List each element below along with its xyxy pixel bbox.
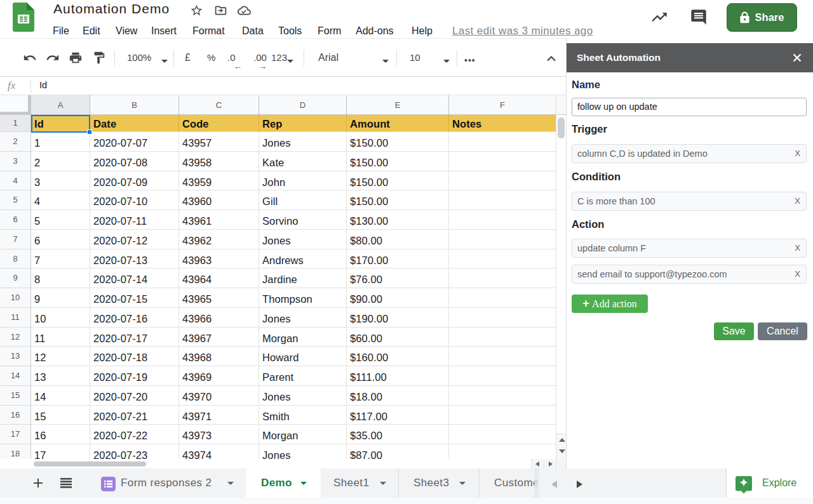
- cell-A7[interactable]: 6: [31, 230, 90, 249]
- cell-B9[interactable]: 2020-07-14: [90, 269, 179, 288]
- row-header-7[interactable]: 7: [0, 230, 31, 249]
- cell-E7[interactable]: $80.00: [347, 230, 449, 249]
- cell-A11[interactable]: 10: [31, 308, 90, 328]
- cell-A9[interactable]: 8: [31, 269, 90, 288]
- cell-A14[interactable]: 13: [31, 366, 90, 386]
- tab-caret-icon[interactable]: [380, 482, 386, 485]
- cell-E10[interactable]: $90.00: [347, 288, 449, 308]
- cell-B15[interactable]: 2020-07-20: [90, 386, 179, 406]
- cell-D1[interactable]: Rep: [259, 115, 347, 132]
- remove-trigger-button[interactable]: X: [795, 145, 800, 162]
- tab-sheet1[interactable]: Sheet1: [321, 468, 398, 498]
- cell-D18[interactable]: Jones: [259, 444, 347, 459]
- cell-E4[interactable]: $150.00: [347, 171, 449, 191]
- menu-format[interactable]: Format: [192, 23, 225, 39]
- cell-F14[interactable]: [449, 366, 556, 386]
- vertical-scrollbar-thumb[interactable]: [558, 117, 565, 138]
- cell-F3[interactable]: [449, 152, 556, 171]
- formula-input[interactable]: Id: [39, 80, 47, 90]
- cell-F13[interactable]: [449, 347, 556, 366]
- cell-E13[interactable]: $160.00: [347, 347, 449, 366]
- cell-C10[interactable]: 43965: [179, 288, 259, 308]
- cell-C8[interactable]: 43963: [179, 249, 259, 269]
- cell-F11[interactable]: [449, 308, 556, 328]
- cell-B7[interactable]: 2020-07-12: [90, 230, 179, 249]
- format-percent-button[interactable]: %: [207, 39, 215, 77]
- row-header-13[interactable]: 13: [0, 347, 31, 366]
- cell-D7[interactable]: Jones: [259, 230, 347, 249]
- cell-D8[interactable]: Andrews: [259, 249, 347, 269]
- row-header-4[interactable]: 4: [0, 171, 31, 191]
- row-header-16[interactable]: 16: [0, 406, 31, 425]
- tab-caret-icon[interactable]: [227, 482, 234, 485]
- share-button[interactable]: Share: [727, 3, 797, 32]
- star-icon[interactable]: [190, 4, 203, 17]
- cell-A12[interactable]: 11: [31, 328, 90, 347]
- column-header-B[interactable]: B: [90, 95, 179, 115]
- cell-C2[interactable]: 43957: [179, 132, 259, 152]
- cell-F2[interactable]: [449, 132, 556, 152]
- cell-E1[interactable]: Amount: [347, 115, 449, 132]
- cell-C17[interactable]: 43973: [179, 425, 259, 444]
- cell-C6[interactable]: 43961: [179, 210, 259, 230]
- cell-B6[interactable]: 2020-07-11: [90, 210, 179, 230]
- cell-F15[interactable]: [449, 386, 556, 406]
- font-size-select[interactable]: 10: [410, 39, 420, 77]
- tab-caret-icon[interactable]: [459, 482, 466, 485]
- cell-C13[interactable]: 43968: [179, 347, 259, 366]
- cell-D4[interactable]: John: [259, 171, 347, 191]
- cell-B14[interactable]: 2020-07-19: [90, 366, 179, 386]
- redo-icon[interactable]: [46, 51, 60, 65]
- cell-B12[interactable]: 2020-07-17: [90, 328, 179, 347]
- menu-view[interactable]: View: [116, 23, 137, 39]
- row-header-5[interactable]: 5: [0, 190, 31, 210]
- cell-D10[interactable]: Thompson: [259, 288, 347, 308]
- cell-D11[interactable]: Jones: [259, 308, 347, 328]
- scroll-down-icon[interactable]: [559, 449, 565, 453]
- cell-F16[interactable]: [449, 406, 556, 425]
- cell-B3[interactable]: 2020-07-08: [90, 152, 179, 171]
- scroll-left-button[interactable]: [531, 459, 544, 468]
- cell-F7[interactable]: [449, 230, 556, 249]
- row-header-11[interactable]: 11: [0, 308, 31, 328]
- cell-E16[interactable]: $117.00: [347, 406, 449, 425]
- vertical-scrollbar[interactable]: [556, 95, 566, 459]
- cell-C1[interactable]: Code: [179, 115, 259, 132]
- menu-data[interactable]: Data: [242, 23, 264, 39]
- scroll-up-icon[interactable]: [559, 438, 565, 442]
- row-header-14[interactable]: 14: [0, 366, 31, 386]
- menu-form[interactable]: Form: [318, 23, 341, 39]
- increase-decimals-button[interactable]: .00: [253, 39, 267, 77]
- cell-A8[interactable]: 7: [31, 249, 90, 269]
- cell-F8[interactable]: [449, 249, 556, 269]
- menu-help[interactable]: Help: [412, 23, 433, 39]
- cell-E12[interactable]: $60.00: [347, 328, 449, 347]
- cell-B1[interactable]: Date: [90, 115, 179, 132]
- cell-D16[interactable]: Smith: [259, 406, 347, 425]
- cell-D3[interactable]: Kate: [259, 152, 347, 171]
- remove-condition-button[interactable]: X: [795, 192, 800, 210]
- cell-D17[interactable]: Morgan: [259, 425, 347, 444]
- cell-C3[interactable]: 43958: [179, 152, 259, 171]
- cancel-button[interactable]: Cancel: [758, 322, 807, 340]
- cell-C14[interactable]: 43969: [179, 366, 259, 386]
- cell-A15[interactable]: 14: [31, 386, 90, 406]
- row-header-17[interactable]: 17: [0, 425, 31, 444]
- spreadsheet-grid[interactable]: ABCDEF1IdDateCodeRepAmountNotes212020-07…: [0, 95, 556, 459]
- undo-icon[interactable]: [23, 51, 37, 65]
- cell-E14[interactable]: $111.00: [347, 366, 449, 386]
- explore-section[interactable]: Explore: [727, 468, 813, 498]
- cell-B10[interactable]: 2020-07-15: [90, 288, 179, 308]
- row-header-18[interactable]: 18: [0, 444, 31, 459]
- cell-E6[interactable]: $130.00: [347, 210, 449, 230]
- add-action-button[interactable]: + Add action: [572, 295, 648, 313]
- tab-caret-icon[interactable]: [300, 482, 307, 485]
- cell-C9[interactable]: 43964: [179, 269, 259, 288]
- action-input-2[interactable]: send email to support@typezoo.com X: [572, 265, 807, 284]
- row-header-15[interactable]: 15: [0, 386, 31, 406]
- cell-C11[interactable]: 43966: [179, 308, 259, 328]
- cell-A17[interactable]: 16: [31, 425, 90, 444]
- cell-B13[interactable]: 2020-07-18: [90, 347, 179, 366]
- cell-D12[interactable]: Morgan: [259, 328, 347, 347]
- cell-F1[interactable]: Notes: [449, 115, 556, 132]
